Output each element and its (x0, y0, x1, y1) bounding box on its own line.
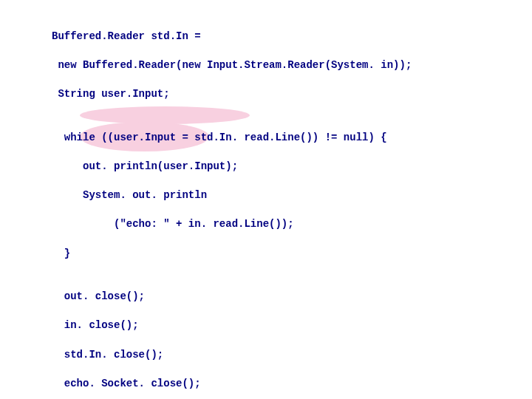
code-line: out. println(user.Input); (52, 160, 412, 174)
code-line: echo. Socket. close(); (52, 377, 412, 392)
code-line: in. close(); (52, 318, 412, 333)
code-line: String user.Input; (52, 87, 412, 102)
code-line: Buffered.Reader std.In = (52, 30, 412, 44)
code-line: ("echo: " + in. read.Line()); (52, 217, 412, 232)
code-line: while ((user.Input = std.In. read.Line()… (52, 131, 412, 146)
code-line: std.In. close(); (52, 348, 412, 363)
code-line: new Buffered.Reader(new Input.Stream.Rea… (52, 58, 412, 73)
code-line: System. out. println (52, 188, 412, 203)
code-line: } (52, 247, 412, 262)
code-line: out. close(); (52, 290, 412, 304)
code-block: Buffered.Reader std.In = new Buffered.Re… (52, 15, 412, 399)
